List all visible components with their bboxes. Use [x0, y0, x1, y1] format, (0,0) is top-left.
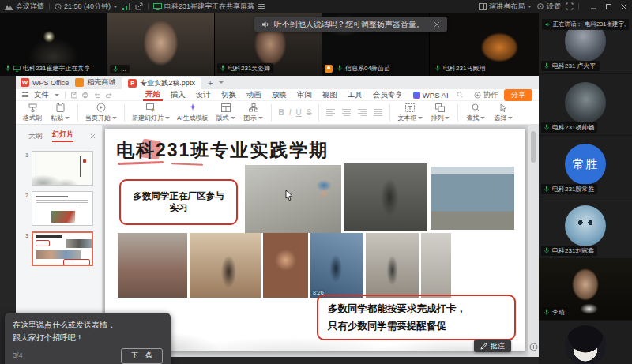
- new-slide-button[interactable]: 新建幻灯片: [132, 103, 170, 122]
- toast-close-icon[interactable]: [434, 21, 440, 28]
- maximize-button[interactable]: [605, 3, 612, 10]
- arrange-button[interactable]: 排列: [430, 103, 450, 122]
- scrollbar[interactable]: [528, 125, 539, 357]
- open-external-icon[interactable]: [135, 2, 143, 10]
- participant-tile[interactable]: 李晴: [539, 259, 632, 320]
- participant-tile[interactable]: 电科231刘家鑫: [539, 197, 632, 258]
- speaking-indicator: 正在讲话：电科231崔建宇,: [542, 19, 629, 30]
- tab-store[interactable]: 稻壳商城: [75, 77, 115, 88]
- slide-photo: [245, 165, 341, 233]
- minimize-button[interactable]: [590, 3, 597, 10]
- collab-button[interactable]: 协作: [474, 90, 498, 100]
- ai-template-button[interactable]: AI生成模板: [177, 103, 209, 122]
- video-thumbnail[interactable]: ...: [107, 13, 214, 76]
- diagram-button[interactable]: 图示: [243, 103, 264, 122]
- slide-thumb-row: 1: [21, 151, 97, 186]
- participant-tile[interactable]: [539, 321, 632, 364]
- ribbon-tab-member[interactable]: 会员专享: [371, 90, 405, 100]
- search-icon[interactable]: [457, 91, 463, 99]
- align-left-button[interactable]: [326, 109, 335, 116]
- fullscreen-icon[interactable]: [566, 2, 574, 10]
- textbox-button[interactable]: 文本框: [397, 103, 423, 122]
- slide-photo: [431, 167, 514, 230]
- ai-sparkle-icon: [188, 103, 198, 112]
- meeting-logo-icon: [5, 3, 13, 10]
- hamburger-icon[interactable]: [258, 4, 265, 9]
- video-thumbnail[interactable]: 电科231崔建宇正在共享: [0, 13, 107, 76]
- meeting-info-button[interactable]: 会议详情: [5, 2, 44, 12]
- mic-icon: [544, 62, 550, 69]
- zoom-plus-icon[interactable]: [529, 343, 538, 351]
- strikethrough-button[interactable]: S: [307, 108, 312, 117]
- annotate-button[interactable]: 批注: [474, 340, 511, 352]
- file-menu[interactable]: 文件: [34, 90, 49, 100]
- ribbon-tab-slideshow[interactable]: 放映: [269, 90, 289, 100]
- slide-thumbnail-3[interactable]: [32, 231, 93, 266]
- chevron-down-icon: [258, 117, 263, 119]
- print-icon[interactable]: [82, 92, 88, 99]
- italic-button[interactable]: I: [289, 108, 292, 117]
- share-button[interactable]: 分享: [504, 89, 532, 101]
- wps-home-button[interactable]: W WPS Office: [21, 78, 69, 87]
- tab-outline[interactable]: 大纲: [28, 131, 43, 141]
- avatar: [565, 82, 606, 123]
- slide-thumb-row: 3: [21, 231, 97, 266]
- ribbon-tab-transition[interactable]: 切换: [219, 90, 239, 100]
- tab-document[interactable]: P 专业实践2稿.pptx: [122, 77, 201, 89]
- panel-close-icon[interactable]: [90, 133, 96, 139]
- underline-button[interactable]: U: [296, 108, 302, 117]
- align-center-button[interactable]: [342, 109, 351, 116]
- format-painter-button[interactable]: 格式刷: [22, 103, 43, 122]
- redo-icon[interactable]: [106, 92, 112, 99]
- align-right-button[interactable]: [358, 109, 367, 116]
- divider: [318, 104, 319, 122]
- ribbon-tab-wps-ai[interactable]: WPS AI: [411, 91, 451, 99]
- undo-icon[interactable]: [94, 92, 100, 99]
- participant-tile[interactable]: 常胜 电科231殷常胜: [539, 136, 632, 197]
- bold-button[interactable]: B: [279, 108, 284, 117]
- settings-button[interactable]: 设置: [536, 2, 561, 12]
- participant-name-chip: 电科231吴姿婵: [217, 63, 273, 73]
- ribbon-tab-review[interactable]: 审阅: [295, 90, 314, 100]
- clock-icon: [55, 3, 62, 10]
- paste-button[interactable]: 粘贴: [50, 103, 70, 122]
- arrange-icon: [435, 103, 445, 112]
- ribbon-tab-tools[interactable]: 工具: [345, 90, 365, 100]
- slide-thumbnail-2[interactable]: [32, 191, 93, 226]
- justify-button[interactable]: [374, 109, 382, 116]
- slide-photo: [263, 233, 308, 298]
- chevron-down-icon: [65, 117, 70, 119]
- ribbon-tab-insert[interactable]: 插入: [168, 90, 188, 100]
- play-from-current-button[interactable]: 当页开始: [85, 103, 117, 122]
- chevron-down-icon: [480, 117, 485, 119]
- next-hint-button[interactable]: 下一条: [121, 348, 163, 364]
- participant-tile[interactable]: 电科231杨帅畅: [539, 74, 632, 135]
- scrollbar-thumb[interactable]: [531, 131, 536, 163]
- close-button[interactable]: [620, 3, 627, 10]
- participant-tile[interactable]: 正在讲话：电科231崔建宇, 电科231 卢火平: [539, 13, 632, 73]
- chevron-down-icon: [418, 117, 423, 119]
- ribbon-tab-home[interactable]: 开始: [143, 89, 163, 101]
- find-button[interactable]: 查找: [465, 103, 486, 122]
- mic-icon: [544, 247, 550, 254]
- save-icon[interactable]: [71, 92, 77, 99]
- collab-icon: [474, 92, 481, 99]
- slide-photo: [190, 233, 261, 298]
- format-painter-icon: [28, 103, 37, 112]
- meeting-window: 会议详情 21:58 (40分钟) 电科231崔建宇正在共享屏幕 演讲者布局 设…: [0, 0, 632, 364]
- ribbon-tab-animation[interactable]: 动画: [244, 90, 264, 100]
- menu-icon[interactable]: [22, 92, 28, 97]
- select-button[interactable]: 选择: [493, 103, 514, 122]
- ribbon-tab-design[interactable]: 设计: [194, 90, 213, 100]
- tab-list-caret-icon[interactable]: [219, 81, 224, 84]
- chat-hint-toast: 在这里说点什么或发送表情， 跟大家打个招呼吧！ 3/4 下一条: [5, 313, 171, 364]
- new-slide-icon: [146, 103, 156, 112]
- slide-layout-button[interactable]: 版式: [216, 103, 236, 122]
- meeting-timer[interactable]: 21:58 (40分钟): [55, 2, 118, 12]
- tab-slides[interactable]: 幻灯片: [52, 129, 73, 142]
- layout-selector[interactable]: 演讲者布局: [479, 2, 532, 12]
- slide-thumbnail-1[interactable]: [32, 151, 93, 186]
- signal-icon[interactable]: [122, 3, 130, 10]
- new-tab-button[interactable]: +: [208, 78, 213, 88]
- ribbon-tab-view[interactable]: 视图: [320, 90, 340, 100]
